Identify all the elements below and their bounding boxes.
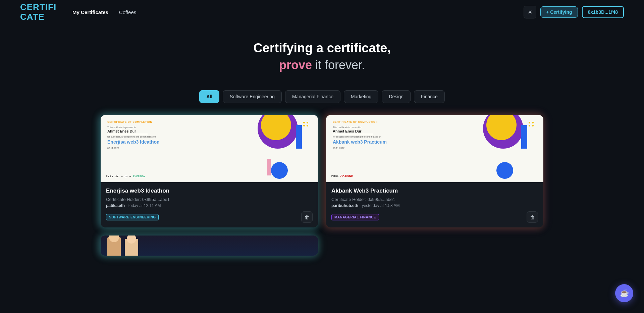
cert-present-2: This certificate is present to — [333, 126, 387, 128]
partial-card-1[interactable] — [101, 236, 318, 256]
hero-subtitle: prove it forever. — [7, 58, 637, 72]
filter-software-engineering[interactable]: Software Engineering — [223, 90, 282, 103]
cert-completing-2: for successfully completing the cohort t… — [333, 136, 387, 138]
cert-deco-rect-blue-1 — [296, 125, 302, 149]
cert-name-2: Ahmet Enes Dur — [333, 129, 373, 134]
trash-icon-1: 🗑 — [305, 214, 310, 220]
cert-deco-circle-blue-sm-1 — [271, 162, 288, 179]
cert-completing-1: for successfully completing the cohort t… — [107, 136, 160, 138]
card-time-2: - yesterday at 1:58 AM — [359, 203, 399, 208]
card-tag-2: MANAGERIAL FINANCE — [331, 214, 379, 220]
theme-toggle-button[interactable]: ☀ — [524, 6, 536, 18]
cert-logos-1: Patika obn ● co ∞ ENERJISA — [106, 175, 145, 177]
cards-section: CERTIFICATE OF COMPLETION This certifica… — [0, 108, 644, 266]
card-holder-1: Certificate Holder: 0x995a...abe1 — [106, 197, 313, 202]
card-issuer-1: patika.eth — [106, 203, 125, 208]
certificate-preview-1: CERTIFICATE OF COMPLETION This certifica… — [101, 115, 318, 182]
cert-deco-circle-blue-sm-2 — [496, 162, 513, 179]
hero-title: Certifying a certificate, — [7, 41, 637, 55]
cert-content-1: CERTIFICATE OF COMPLETION This certifica… — [107, 120, 160, 149]
main-nav: My Certificates Coffees — [72, 9, 524, 15]
cert-present-1: This certificate is present to — [107, 126, 160, 128]
hero-rest: it forever. — [312, 58, 365, 72]
delete-card-1-button[interactable]: 🗑 — [301, 211, 313, 223]
certifying-button[interactable]: + Certifying — [540, 6, 578, 18]
certificate-preview-2: CERTIFICATE OF COMPLETION This certifica… — [326, 115, 543, 182]
sun-icon: ☀ — [528, 9, 532, 15]
cert-deco-rect-blue-2 — [521, 125, 527, 149]
nav-my-certificates[interactable]: My Certificates — [72, 9, 108, 15]
card-time-1: - today at 12:11 AM — [126, 203, 161, 208]
cert-content-2: CERTIFICATE OF COMPLETION This certifica… — [333, 120, 387, 149]
cert-deco-rect-pink-1 — [267, 159, 271, 175]
card-info-1: Enerjisa web3 Ideathon Certificate Holde… — [101, 182, 318, 227]
card-tag-1: SOFTWARE ENGINEERING — [106, 214, 159, 220]
filter-marketing[interactable]: Marketing — [344, 90, 378, 103]
cert-label-1: CERTIFICATE OF COMPLETION — [107, 120, 160, 123]
header: CERTIFI CATE My Certificates Coffees ☀ +… — [0, 0, 644, 24]
wallet-button[interactable]: 0x1b3D...1f48 — [582, 6, 624, 18]
card-meta-2: paribuhub.eth - yesterday at 1:58 AM — [331, 203, 538, 208]
cert-course-1: Enerjisa web3 Ideathon — [107, 139, 160, 145]
cert-date-1: 06.11.2022 — [107, 147, 160, 149]
certifying-label: + Certifying — [546, 9, 572, 15]
card-meta-1: patika.eth - today at 12:11 AM — [106, 203, 313, 208]
card-holder-2: Certificate Holder: 0x995a...abe1 — [331, 197, 538, 202]
filter-all[interactable]: All — [199, 90, 219, 103]
cert-course-2: Akbank web3 Practicum — [333, 139, 387, 145]
trash-icon-2: 🗑 — [530, 214, 535, 220]
cert-logos-2: Patika AKBANK — [331, 174, 354, 177]
wallet-address: 0x1b3D...1f48 — [588, 9, 618, 15]
filter-finance[interactable]: Finance — [414, 90, 445, 103]
card-footer-1: SOFTWARE ENGINEERING 🗑 — [106, 211, 313, 223]
cert-label-2: CERTIFICATE OF COMPLETION — [333, 120, 387, 123]
card-title-1: Enerjisa web3 Ideathon — [106, 188, 313, 194]
card-image-2: CERTIFICATE OF COMPLETION This certifica… — [326, 115, 543, 182]
logo: CERTIFI CATE — [20, 2, 56, 21]
partial-card-spacer — [326, 236, 543, 256]
certificate-card-1[interactable]: CERTIFICATE OF COMPLETION This certifica… — [101, 115, 318, 227]
partial-cards-row — [101, 236, 543, 256]
cert-dots-1 — [303, 122, 309, 126]
card-info-2: Akbank Web3 Practicum Certificate Holder… — [326, 182, 543, 227]
nav-coffees[interactable]: Coffees — [119, 9, 136, 15]
hero-section: Certifying a certificate, prove it forev… — [0, 24, 644, 82]
hero-prove: prove — [279, 58, 312, 72]
partial-card-image-1 — [101, 236, 318, 256]
card-image-1: CERTIFICATE OF COMPLETION This certifica… — [101, 115, 318, 182]
filter-bar: All Software Engineering Managerial Fina… — [0, 82, 644, 108]
coffee-fab-icon: ☕ — [620, 289, 629, 298]
cert-dots-2 — [529, 122, 534, 126]
cards-grid: CERTIFICATE OF COMPLETION This certifica… — [101, 115, 543, 227]
delete-card-2-button[interactable]: 🗑 — [527, 211, 538, 223]
header-right: ☀ + Certifying 0x1b3D...1f48 — [524, 6, 624, 18]
filter-managerial-finance[interactable]: Managerial Finance — [285, 90, 340, 103]
card-title-2: Akbank Web3 Practicum — [331, 188, 538, 194]
certificate-card-2[interactable]: CERTIFICATE OF COMPLETION This certifica… — [326, 115, 543, 227]
cert-name-1: Ahmet Enes Dur — [107, 129, 148, 134]
cert-date-2: 10.11.2022 — [333, 147, 387, 149]
card-footer-2: MANAGERIAL FINANCE 🗑 — [331, 211, 538, 223]
coffee-fab-button[interactable]: ☕ — [615, 284, 633, 302]
filter-design[interactable]: Design — [382, 90, 411, 103]
card-issuer-2: paribuhub.eth — [331, 203, 358, 208]
